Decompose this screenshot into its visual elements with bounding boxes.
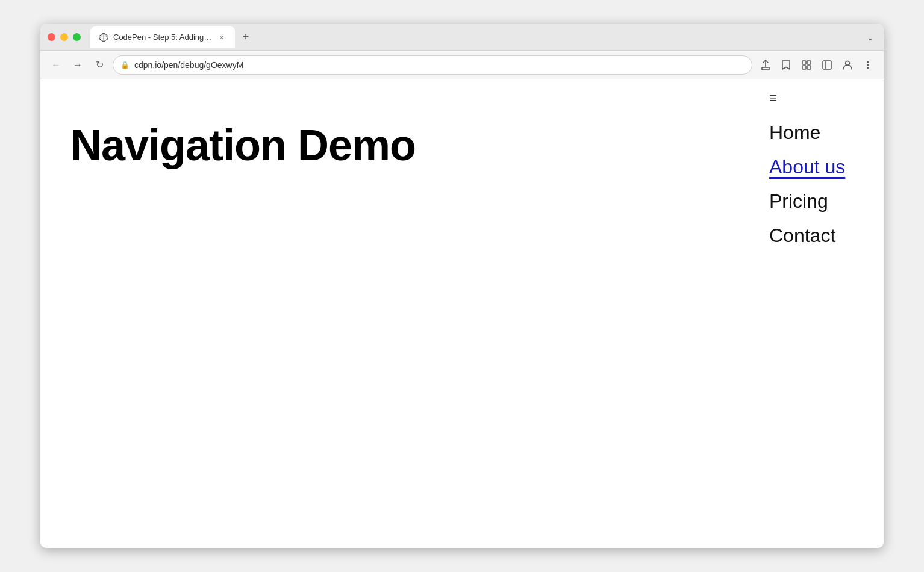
svg-point-9 — [867, 67, 869, 68]
profile-button[interactable] — [839, 57, 856, 73]
nav-item-pricing[interactable]: Pricing — [769, 185, 866, 217]
share-button[interactable] — [757, 57, 774, 73]
nav-sidebar: ≡ Home About us Pricing Contact — [751, 79, 884, 548]
svg-rect-3 — [807, 66, 811, 69]
svg-point-7 — [867, 61, 869, 62]
url-bar[interactable]: 🔒 cdpn.io/pen/debug/gOexwyM — [113, 55, 752, 75]
back-button[interactable]: ← — [48, 57, 64, 73]
hamburger-icon[interactable]: ≡ — [769, 92, 866, 105]
menu-button[interactable] — [860, 57, 876, 73]
title-bar: CodePen - Step 5: Adding a bu × + ⌄ — [40, 24, 884, 51]
tab-bar: CodePen - Step 5: Adding a bu × + ⌄ — [90, 26, 876, 48]
svg-rect-2 — [802, 66, 806, 69]
bookmark-button[interactable] — [778, 57, 794, 73]
maximize-button[interactable] — [73, 33, 81, 41]
tabs-chevron-icon[interactable]: ⌄ — [867, 33, 876, 42]
close-button[interactable] — [48, 33, 55, 41]
active-tab[interactable]: CodePen - Step 5: Adding a bu × — [90, 26, 235, 48]
browser-window: CodePen - Step 5: Adding a bu × + ⌄ ← → … — [40, 24, 884, 548]
svg-rect-4 — [823, 61, 831, 69]
minimize-button[interactable] — [60, 33, 68, 41]
codepen-icon — [99, 33, 108, 42]
svg-point-8 — [867, 64, 869, 65]
lock-icon: 🔒 — [120, 61, 130, 69]
svg-rect-0 — [802, 61, 806, 64]
nav-item-contact[interactable]: Contact — [769, 220, 866, 252]
main-content: Navigation Demo — [40, 79, 751, 548]
page-title: Navigation Demo — [70, 122, 721, 169]
nav-item-about[interactable]: About us — [769, 151, 866, 183]
reload-button[interactable]: ↻ — [91, 57, 108, 73]
toolbar-icons — [757, 57, 876, 73]
extensions-button[interactable] — [798, 57, 815, 73]
forward-button[interactable]: → — [69, 57, 86, 73]
traffic-lights — [48, 33, 81, 41]
nav-list: Home About us Pricing Contact — [769, 117, 866, 252]
new-tab-button[interactable]: + — [237, 29, 254, 46]
sidebar-button[interactable] — [819, 57, 835, 73]
tab-title: CodePen - Step 5: Adding a bu — [113, 33, 212, 42]
svg-rect-1 — [807, 61, 811, 64]
nav-item-home[interactable]: Home — [769, 117, 866, 149]
page-content: Navigation Demo ≡ Home About us Pricing … — [40, 79, 884, 548]
tab-close-button[interactable]: × — [217, 33, 226, 42]
address-bar: ← → ↻ 🔒 cdpn.io/pen/debug/gOexwyM — [40, 51, 884, 79]
url-text: cdpn.io/pen/debug/gOexwyM — [134, 60, 243, 70]
